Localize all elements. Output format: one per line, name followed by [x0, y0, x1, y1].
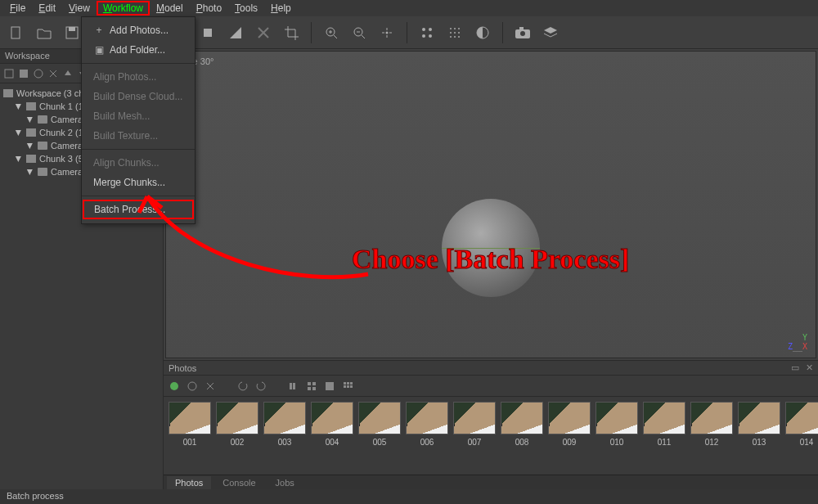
svg-point-10 [422, 34, 425, 38]
menu-help[interactable]: Help [264, 1, 298, 16]
svg-rect-38 [347, 382, 349, 385]
menu-item-build-mesh: Build Mesh... [82, 106, 195, 126]
menu-item-build-dense-cloud: Build Dense Cloud... [82, 87, 195, 106]
menu-item-batch-process[interactable]: Batch Process... [83, 200, 194, 219]
thumbnail[interactable]: 003 [263, 402, 306, 447]
thumbnail[interactable]: 001 [169, 402, 211, 447]
label-chunk-icon[interactable] [18, 68, 29, 79]
svg-rect-37 [344, 382, 346, 385]
svg-rect-26 [20, 70, 28, 78]
thumbnail[interactable]: 013 [738, 402, 780, 447]
rotate-right-icon[interactable] [255, 380, 267, 392]
menu-item-add-folder[interactable]: ▣Add Folder... [82, 40, 195, 60]
shaded-icon[interactable] [471, 21, 494, 44]
svg-rect-31 [293, 383, 295, 389]
thumbnail[interactable]: 012 [690, 402, 733, 447]
svg-rect-33 [312, 382, 316, 385]
svg-rect-40 [344, 385, 346, 388]
svg-point-8 [422, 28, 425, 31]
menu-item-add-photos[interactable]: +Add Photos... [82, 20, 195, 40]
add-chunk-icon[interactable] [3, 68, 15, 79]
menu-item-align-chunks: Align Chunks... [82, 153, 195, 173]
photos-title: Photos [169, 363, 196, 373]
view-details-icon[interactable] [288, 380, 299, 392]
view-grid-icon[interactable] [342, 380, 353, 392]
status-bar: Batch process [0, 489, 818, 504]
menu-edit[interactable]: Edit [32, 1, 62, 16]
viewport-3d[interactable]: ective 30° Y Z__X [165, 51, 816, 358]
delete-sel-icon[interactable] [252, 21, 275, 44]
up-icon[interactable] [62, 68, 74, 79]
svg-rect-39 [350, 382, 353, 385]
tab-jobs[interactable]: Jobs [267, 476, 303, 489]
svg-point-19 [454, 36, 456, 38]
menu-file[interactable]: File [3, 1, 32, 16]
remove-photo-icon[interactable] [204, 380, 216, 392]
thumbnail[interactable]: 010 [596, 402, 638, 447]
save-icon[interactable] [61, 21, 83, 44]
menu-tools[interactable]: Tools [228, 1, 264, 16]
menu-workflow[interactable]: Workflow [97, 1, 150, 16]
maximize-panel-icon[interactable]: ▭ [791, 362, 799, 373]
menubar: FileEditViewWorkflowModelPhotoToolsHelp [0, 0, 818, 16]
svg-point-13 [454, 28, 456, 29]
photos-panel: Photos ▭ ✕ 0010020030040050060070080 [164, 360, 818, 475]
view-small-icon[interactable] [306, 380, 317, 392]
svg-point-16 [454, 32, 456, 34]
rotate-left-icon[interactable] [237, 380, 249, 392]
thumbnail[interactable]: 011 [643, 402, 685, 447]
svg-point-29 [188, 382, 196, 390]
menu-model[interactable]: Model [150, 1, 190, 16]
new-doc-icon[interactable] [5, 21, 28, 44]
tab-photos[interactable]: Photos [167, 476, 211, 489]
svg-rect-4 [204, 29, 212, 37]
disable-photo-icon[interactable] [187, 380, 198, 392]
thumbnail[interactable]: 009 [548, 402, 591, 447]
scale-region-icon[interactable] [224, 21, 247, 44]
tab-console[interactable]: Console [214, 476, 263, 489]
points-icon[interactable] [416, 21, 438, 44]
fit-icon[interactable] [375, 21, 398, 44]
thumbnail[interactable]: 004 [311, 402, 353, 447]
zoom-out-icon[interactable] [348, 21, 371, 44]
thumbnail[interactable]: 005 [358, 402, 401, 447]
svg-rect-32 [308, 382, 311, 385]
close-panel-icon[interactable]: ✕ [806, 362, 813, 373]
thumbnail[interactable]: 006 [406, 402, 448, 447]
menu-item-merge-chunks[interactable]: Merge Chunks... [82, 173, 195, 192]
svg-point-17 [458, 32, 460, 34]
svg-rect-35 [312, 387, 316, 390]
enable-chunk-icon[interactable] [33, 68, 44, 79]
svg-point-15 [450, 32, 452, 34]
enable-photo-icon[interactable] [169, 380, 180, 392]
menu-view[interactable]: View [62, 1, 97, 16]
camera-icon[interactable] [511, 21, 534, 44]
menu-item-align-photos: Align Photos... [82, 67, 195, 87]
thumbnail[interactable]: 007 [453, 402, 496, 447]
open-icon[interactable] [33, 21, 56, 44]
svg-point-7 [386, 31, 389, 34]
svg-rect-41 [347, 385, 349, 388]
thumbnail[interactable]: 008 [501, 402, 543, 447]
zoom-in-icon[interactable] [320, 21, 343, 44]
move-region-icon[interactable] [196, 21, 219, 44]
dense-icon[interactable] [443, 21, 466, 44]
crop-icon[interactable] [280, 21, 303, 44]
view-large-icon[interactable] [324, 380, 335, 392]
thumbnail[interactable]: 002 [216, 402, 258, 447]
svg-rect-2 [69, 27, 75, 31]
thumbnail[interactable]: 014 [785, 402, 818, 447]
svg-rect-36 [326, 382, 334, 390]
thumbnail-strip: 0010020030040050060070080090100110120130… [164, 397, 818, 475]
layers-icon[interactable] [539, 21, 562, 44]
svg-rect-25 [5, 70, 13, 78]
remove-chunk-icon[interactable] [47, 68, 59, 79]
svg-point-23 [520, 31, 525, 36]
menu-photo[interactable]: Photo [190, 1, 228, 16]
svg-point-11 [429, 34, 432, 38]
svg-rect-0 [11, 27, 20, 38]
bottom-tabs: PhotosConsoleJobs [164, 475, 818, 489]
svg-rect-24 [519, 27, 524, 29]
svg-rect-34 [308, 387, 311, 390]
svg-point-14 [458, 28, 460, 29]
